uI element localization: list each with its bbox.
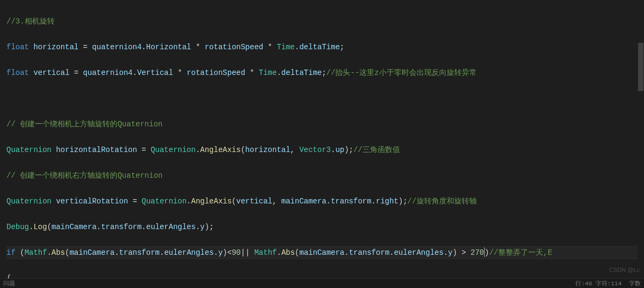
keyword: float [6,43,29,51]
text-cursor [484,247,485,257]
status-other[interactable]: 字数 [629,277,641,289]
current-line: if (Mathf.Abs(mainCamera.transform.euler… [6,246,644,259]
code-comment: //3.相机旋转 [6,17,55,26]
vertical-scrollbar[interactable] [638,0,644,278]
code-comment: // 创建一个绕相机上方轴旋转的Quaternion [6,120,162,128]
status-bar: 问题 行:40 字符:114 字数 [0,278,644,288]
status-left[interactable]: 问题 [3,277,15,289]
variable: horizontal [33,43,78,51]
code-comment: // 创建一个绕相机右方轴旋转的Quaternion [6,171,162,180]
status-line-col[interactable]: 行:40 字符:114 [575,277,621,289]
scroll-thumb[interactable] [638,43,643,91]
code-editor[interactable]: //3.相机旋转 float horizontal = quaternion4.… [0,0,644,278]
